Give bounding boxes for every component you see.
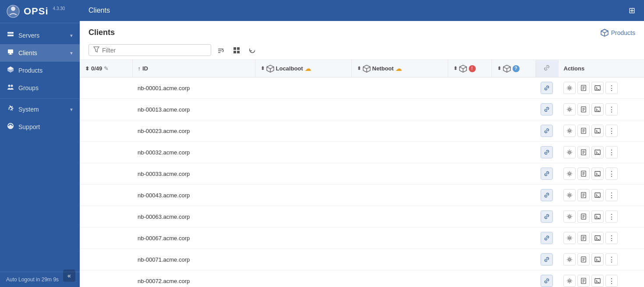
sidebar-item-system[interactable]: System ▼ [0,101,80,118]
client-log-button[interactable] [577,253,590,266]
row-empty-col [80,163,132,185]
client-pkg1 [448,120,492,142]
client-log-button[interactable] [577,232,590,244]
client-netboot [351,77,448,99]
client-more-button[interactable]: ⋮ [605,189,618,201]
client-log-button[interactable] [577,103,590,116]
client-more-button[interactable]: ⋮ [605,103,618,116]
client-log-button[interactable] [577,275,590,287]
client-more-button[interactable]: ⋮ [605,253,618,266]
client-terminal-button[interactable] [591,125,604,137]
client-link [535,270,558,287]
products-button[interactable]: Products [601,29,635,37]
sidebar-item-servers[interactable]: Servers ▼ [0,27,80,44]
client-log-button[interactable] [577,125,590,137]
logo-text: OPSi [24,6,49,17]
client-actions: ⋮ [558,228,644,249]
client-localboot [255,270,351,287]
search-box[interactable] [88,44,211,56]
client-log-button[interactable] [577,210,590,223]
client-id: nb-00033.acme.corp [132,163,255,185]
client-pkg2 [492,99,535,120]
client-link-button[interactable] [541,125,553,137]
products-icon [6,66,15,75]
grid-icon[interactable]: ⊞ [629,6,635,15]
client-link-button[interactable] [541,275,553,287]
client-log-button[interactable] [577,82,590,94]
client-more-button[interactable]: ⋮ [605,275,618,287]
col-id-label: ID [142,65,148,72]
edit-button[interactable]: ✎ [104,65,109,72]
sidebar-item-clients[interactable]: Clients ▼ [0,44,80,62]
svg-rect-7 [10,53,11,54]
client-log-button[interactable] [577,146,590,158]
client-actions: ⋮ [558,206,644,228]
client-log-button[interactable] [577,168,590,180]
col-localboot-header[interactable]: ⬍ Localboot ☁ [255,60,351,77]
client-settings-button[interactable] [563,168,576,180]
client-settings-button[interactable] [563,189,576,201]
client-link-button[interactable] [541,82,553,94]
sidebar-item-support[interactable]: Support [0,118,80,136]
client-netboot [351,249,448,270]
client-terminal-button[interactable] [591,189,604,201]
client-terminal-button[interactable] [591,82,604,94]
client-link-button[interactable] [541,103,553,116]
client-link-button[interactable] [541,146,553,158]
client-settings-button[interactable] [563,103,576,116]
row-empty-col [80,77,132,99]
client-pkg2 [492,185,535,206]
client-settings-button[interactable] [563,210,576,223]
client-link-button[interactable] [541,232,553,244]
client-more-button[interactable]: ⋮ [605,232,618,244]
client-settings-button[interactable] [563,125,576,137]
client-actions: ⋮ [558,185,644,206]
filter-input[interactable] [102,47,206,54]
client-more-button[interactable]: ⋮ [605,82,618,94]
content-area: Clients Products [80,21,644,287]
svg-point-66 [569,216,570,217]
client-localboot [255,163,351,185]
client-more-button[interactable]: ⋮ [605,146,618,158]
topbar-right: ⊞ [629,6,635,15]
col-netboot-header[interactable]: ⬍ Netboot ☁ [351,60,448,77]
client-settings-button[interactable] [563,253,576,266]
sidebar-item-products[interactable]: Products [0,62,80,79]
client-link-button[interactable] [541,168,553,180]
refresh-button[interactable] [246,45,258,56]
client-settings-button[interactable] [563,82,576,94]
client-more-button[interactable]: ⋮ [605,168,618,180]
table-row: nb-00072.acme.corp [80,270,644,287]
client-pkg1 [448,99,492,120]
client-terminal-button[interactable] [591,146,604,158]
client-settings-button[interactable] [563,232,576,244]
client-terminal-button[interactable] [591,168,604,180]
clients-table: ⬍ 0/49 ✎ ↑ ID [80,60,644,287]
nav-divider [0,98,80,99]
col-id-header[interactable]: ↑ ID [132,60,255,77]
client-link-button[interactable] [541,253,553,266]
sidebar-item-servers-label: Servers [18,32,66,39]
client-settings-button[interactable] [563,146,576,158]
sidebar-item-groups[interactable]: Groups [0,79,80,97]
sidebar-collapse-button[interactable]: « [63,270,75,282]
client-terminal-button[interactable] [591,210,604,223]
client-terminal-button[interactable] [591,275,604,287]
client-more-button[interactable]: ⋮ [605,210,618,223]
client-settings-button[interactable] [563,275,576,287]
svg-rect-16 [234,47,236,50]
client-link-button[interactable] [541,189,553,201]
client-netboot [351,142,448,163]
sort-button[interactable] [215,45,227,56]
client-localboot [255,249,351,270]
col-actions-header: Actions [558,60,644,77]
client-terminal-button[interactable] [591,232,604,244]
pkg1-icon [459,65,467,73]
table-row: nb-00001.acme.corp [80,77,644,99]
client-log-button[interactable] [577,189,590,201]
client-link-button[interactable] [541,210,553,223]
client-terminal-button[interactable] [591,253,604,266]
client-terminal-button[interactable] [591,103,604,116]
client-more-button[interactable]: ⋮ [605,125,618,137]
grid-view-button[interactable] [230,45,243,56]
